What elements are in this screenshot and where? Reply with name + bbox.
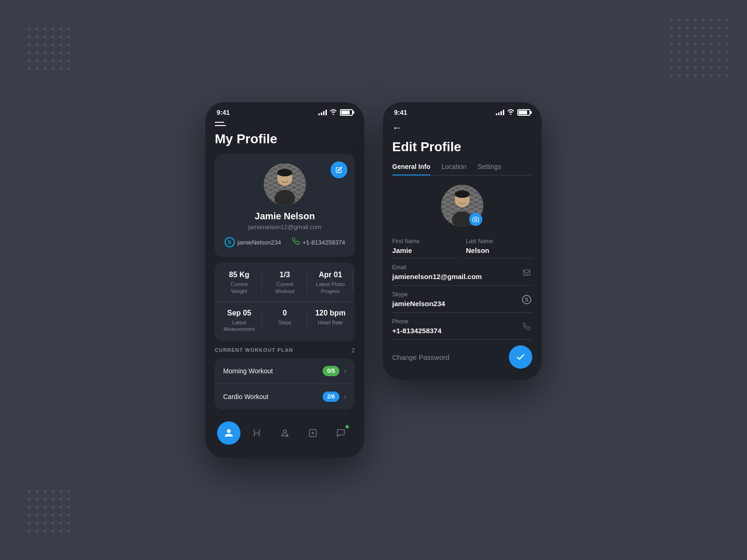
chevron-right-icon: › xyxy=(344,367,346,375)
svg-point-18 xyxy=(475,219,477,221)
user-email: jamienelson12@gmail.com xyxy=(248,224,321,231)
skype-value: jamieNelson234 xyxy=(238,239,281,246)
workout-section-count: 2 xyxy=(352,347,355,354)
dot-decoration-tr xyxy=(670,19,728,77)
wifi-icon-2 xyxy=(507,109,514,116)
phone-contact: +1-8134258374 xyxy=(292,237,345,247)
last-name-group: Last Name Nelson xyxy=(466,238,532,259)
menu-button[interactable] xyxy=(215,120,355,132)
phone-field: Phone +1-8134258374 xyxy=(392,318,532,340)
list-item[interactable]: Cardio Workout 2/6 › xyxy=(215,384,355,409)
stat-heartrate: 120 bpm Heart Rate xyxy=(308,302,353,339)
battery-icon-2 xyxy=(517,109,530,116)
last-name-label: Last Name xyxy=(466,238,532,245)
edit-profile-button[interactable] xyxy=(331,161,347,178)
stat-heartrate-value: 120 bpm xyxy=(315,309,345,317)
skype-field-left: Skype jamieNelson234 xyxy=(392,291,521,308)
stat-photo: Apr 01 Latest Photo Progess xyxy=(308,264,353,301)
save-button[interactable] xyxy=(509,345,532,369)
tab-location[interactable]: Location xyxy=(442,163,466,175)
stat-weight-label: Current Weight xyxy=(222,281,256,294)
last-name-value[interactable]: Nelson xyxy=(466,246,532,259)
status-icons-1 xyxy=(318,109,353,116)
page-title-1: My Profile xyxy=(215,132,355,147)
back-button[interactable]: ← xyxy=(392,120,532,140)
dot-decoration-bl xyxy=(28,490,70,532)
avatar-container xyxy=(264,163,306,205)
list-item[interactable]: Morning Workout 0/5 › xyxy=(215,358,355,384)
stats-grid: 85 Kg Current Weight 1/3 Current Workout… xyxy=(215,262,355,341)
stat-photo-label: Latest Photo Progess xyxy=(313,281,347,294)
status-bar-1: 9:41 xyxy=(205,102,364,120)
workout-list: Morning Workout 0/5 › Cardio Workout 2/6… xyxy=(215,358,355,409)
stat-steps-value: 0 xyxy=(283,309,287,317)
bottom-nav xyxy=(215,416,355,447)
profile-card: Jamie Nelson jamienelson12@gmail.com S j… xyxy=(215,154,355,257)
stat-heartrate-label: Heart Rate xyxy=(318,319,343,326)
stat-weight-value: 85 Kg xyxy=(229,271,250,279)
user-name: Jamie Nelson xyxy=(255,211,315,222)
tab-general-info[interactable]: General Info xyxy=(392,163,430,175)
stat-workout-label: Current Workout xyxy=(268,281,302,294)
change-password-label[interactable]: Change Password xyxy=(392,353,450,361)
tab-settings[interactable]: Settings xyxy=(478,163,501,175)
nav-profile[interactable] xyxy=(217,421,240,445)
user-contacts: S jamieNelson234 +1-8134258374 xyxy=(225,237,345,247)
phone-my-profile: 9:41 My Profile xyxy=(205,102,364,457)
workout-cardio-right: 2/6 › xyxy=(323,392,346,402)
workout-cardio-badge: 2/6 xyxy=(323,392,340,402)
name-row: First Name Jamie Last Name Nelson xyxy=(392,238,532,262)
workout-section-header: CURRENT WORKOUT PLAN 2 xyxy=(215,347,355,354)
stat-measurement: Sep 05 Latest Measurement xyxy=(217,302,262,339)
wifi-icon-1 xyxy=(330,109,337,116)
nav-activity[interactable] xyxy=(273,421,296,445)
page-title-2: Edit Profile xyxy=(392,140,532,154)
first-name-group: First Name Jamie xyxy=(392,238,458,259)
edit-avatar-section xyxy=(392,185,532,227)
email-label: Email xyxy=(392,264,521,271)
svg-rect-19 xyxy=(523,270,530,275)
skype-field-icon: S xyxy=(521,295,532,304)
email-value[interactable]: jamienelson12@gmail.com xyxy=(392,273,521,280)
tabs-container: General Info Location Settings xyxy=(392,163,532,175)
battery-icon-1 xyxy=(340,109,353,116)
bottom-action-row: Change Password xyxy=(392,345,532,369)
svg-point-4 xyxy=(277,169,292,176)
phone-icon xyxy=(292,238,300,247)
skype-contact: S jamieNelson234 xyxy=(225,237,281,247)
chevron-right-icon: › xyxy=(344,393,346,400)
edit-avatar-wrap xyxy=(441,185,483,227)
stat-steps: 0 Steps xyxy=(262,302,308,339)
workout-section-title: CURRENT WORKOUT PLAN xyxy=(215,347,293,353)
avatar xyxy=(264,163,306,205)
workout-morning-right: 0/5 › xyxy=(323,366,346,376)
nav-workout[interactable] xyxy=(245,421,268,445)
email-field-left: Email jamienelson12@gmail.com xyxy=(392,264,521,280)
status-icons-2 xyxy=(496,109,530,116)
skype-field: Skype jamieNelson234 S xyxy=(392,291,532,313)
signal-icon-2 xyxy=(496,110,504,115)
status-time-1: 9:41 xyxy=(217,109,230,116)
first-name-value[interactable]: Jamie xyxy=(392,246,458,259)
skype-field-value[interactable]: jamieNelson234 xyxy=(392,300,521,308)
skype-icon: S xyxy=(225,237,235,247)
stat-workout: 1/3 Current Workout xyxy=(262,264,308,301)
email-icon xyxy=(521,269,532,276)
status-time-2: 9:41 xyxy=(394,109,407,116)
phone-edit-profile: 9:41 ← Edit Profile General Info xyxy=(383,102,542,380)
email-field: Email jamienelson12@gmail.com xyxy=(392,264,532,286)
stat-photo-value: Apr 01 xyxy=(319,271,342,279)
skype-label: Skype xyxy=(392,291,521,298)
phone-field-value[interactable]: +1-8134258374 xyxy=(392,327,521,335)
stat-steps-label: Steps xyxy=(278,319,291,326)
workout-morning-name: Morning Workout xyxy=(223,367,273,375)
dot-decoration-tl xyxy=(28,28,70,70)
svg-point-14 xyxy=(455,190,470,198)
nav-messages[interactable] xyxy=(329,421,352,445)
nav-fitness[interactable] xyxy=(301,421,324,445)
workout-cardio-name: Cardio Workout xyxy=(223,393,268,400)
signal-icon-1 xyxy=(318,110,327,115)
phone-field-left: Phone +1-8134258374 xyxy=(392,318,521,335)
stat-weight: 85 Kg Current Weight xyxy=(217,264,262,301)
change-photo-button[interactable] xyxy=(469,213,482,226)
